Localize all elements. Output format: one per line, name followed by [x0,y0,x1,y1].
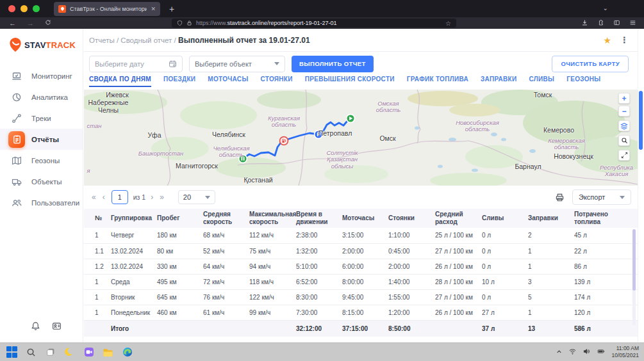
table-cell: 10 л [482,274,528,289]
map-zoom-out-button[interactable]: − [618,106,630,116]
clock[interactable]: 11:00 AM 10/05/2021 [611,345,639,359]
table-total-cell [249,320,296,337]
svg-text:P: P [317,131,320,138]
table-row[interactable]: 1.113.02.202480 км52 км/ч75 км/ч1:32:002… [84,243,638,259]
table-cell: 3 [528,274,574,289]
page-scrollbar[interactable] [638,29,644,342]
contact-card-icon[interactable] [52,321,62,333]
table-cell: 27 л [482,305,528,320]
map-marker-pause[interactable] [239,155,247,163]
tab-0[interactable]: СВОДКА ПО ДНЯМ [89,76,151,87]
table-row[interactable]: 1Понедельник460 км61 км/ч99 км/ч7:30:008… [84,305,638,320]
menu-icon[interactable] [629,17,636,29]
clear-map-button[interactable]: ОЧИСТИТЬ КАРТУ [552,56,629,72]
table-row[interactable]: 1Вторник645 км76 км/ч122 км/ч8:30:009:45… [84,289,638,305]
date-picker[interactable] [89,56,183,72]
url-bar[interactable]: https://www.stavtrack.online/reports/rep… [172,19,456,28]
table-row[interactable]: 1Среда495 км72 км/ч118 км/ч6:52:008:00:0… [84,274,638,289]
date-input[interactable] [95,60,159,68]
map-fullscreen-button[interactable] [618,150,630,161]
page-number-input[interactable] [111,190,128,204]
column-header: Группировка [111,209,157,228]
page-size-select[interactable]: 20 [178,190,215,204]
taskbar-chat-icon[interactable] [82,346,95,359]
tab-3[interactable]: СТОЯНКИ [260,76,292,86]
back-button[interactable]: ← [9,19,16,27]
page-next-button[interactable]: › [151,193,153,202]
extensions-icon[interactable] [597,17,604,29]
sidebar-item-monitoring[interactable]: Мониторинг [0,65,83,86]
stavtrack-app: STAVTRACK МониторингАналитикаТрекиОтчёты… [0,29,644,342]
table-scrollbar-thumb[interactable] [632,229,636,291]
sidebar-item-users[interactable]: Пользователи [0,192,83,213]
reload-button[interactable] [45,19,51,27]
kebab-menu-icon[interactable]: ⋮ [620,35,629,45]
stavtrack-logo[interactable]: STAVTRACK [9,37,83,52]
tab-5[interactable]: ГРАФИК ТОПЛИВА [407,76,468,86]
notifications-bell-icon[interactable] [31,321,40,333]
tab-close-icon[interactable]: ✕ [151,6,156,12]
page-first-button[interactable]: « [92,193,96,202]
map-zoom-in-button[interactable]: + [618,93,630,104]
tab-list-chevron-icon[interactable]: ⌄ [603,4,608,12]
tray-chevron-up-icon[interactable] [556,346,563,358]
sidebar-item-reports[interactable]: Отчёты [0,129,83,150]
map-marker-fuel[interactable] [280,137,288,145]
map[interactable]: P ИжевскНабережныеЧелныУфаЧелябинскМагни… [84,90,638,186]
table-cell: 13.02.2024 [111,243,157,259]
page-prev-button[interactable]: ‹ [103,193,105,202]
table-row[interactable]: 1Четверг180 км68 км/ч112 км/ч2:38:003:15… [84,228,638,243]
tab-1[interactable]: ПОЕЗДКИ [163,76,195,86]
object-select[interactable]: Выберите объект [189,56,285,72]
window-close-button[interactable] [8,5,15,12]
taskbar-start-icon[interactable] [5,346,19,359]
window-minimize-button[interactable] [21,5,28,12]
map-marker-parking[interactable]: P [315,131,323,139]
sidebar-item-objects[interactable]: Объекты [0,171,83,192]
table-cell: 330 км [157,259,203,274]
browser-tab[interactable]: СтавТрэк - Онлайн мониторинг ✕ [54,2,160,16]
page-last-button[interactable]: » [160,193,164,202]
taskbar-file-explorer-icon[interactable] [101,346,115,359]
new-tab-button[interactable]: + [169,4,174,14]
table-cell: 61 км/ч [203,305,249,320]
taskbar-moon-icon[interactable] [63,346,76,359]
map-search-button[interactable] [618,135,630,146]
sidebar-toggle-icon[interactable] [613,17,620,29]
sidebar-item-geozones[interactable]: Геозоны [0,150,83,171]
print-icon[interactable] [555,193,565,202]
tab-8[interactable]: ГЕОЗОНЫ [566,76,600,86]
volume-icon[interactable] [582,346,591,358]
tab-4[interactable]: ПРЕВЫШЕНИЯ СКОРОСТИ [305,76,395,86]
downloads-icon[interactable] [581,17,588,29]
run-report-button[interactable]: ВЫПОЛНИТЬ ОТЧЕТ [292,56,374,72]
table-cell: 3:15:00 [342,228,388,243]
tab-7[interactable]: СЛИВЫ [529,76,554,86]
sidebar-item-tracks[interactable]: Треки [0,108,83,129]
taskbar-task-view-icon[interactable] [44,346,57,359]
report-tabs: СВОДКА ПО ДНЯМПОЕЗДКИМОТОЧАСЫСТОЯНКИПРЕВ… [84,76,638,90]
favorite-star-icon[interactable]: ★ [603,35,611,45]
object-select-value: Выберите объект [195,60,252,68]
tab-6[interactable]: ЗАПРАВКИ [481,76,516,86]
taskbar-edge-icon[interactable] [120,346,134,359]
tab-2[interactable]: МОТОЧАСЫ [208,76,248,86]
breadcrumb[interactable]: Отчеты / Сводный отчет / Выполненный отч… [89,36,310,45]
window-controls[interactable] [8,5,40,12]
sidebar-item-analytics[interactable]: Аналитика [0,86,83,108]
table-cell: Четверг [111,228,157,243]
page-scrollbar-thumb[interactable] [639,91,643,150]
table-cell: 1 [528,305,574,320]
page-count-label: из 1 [133,193,145,201]
map-layers-button[interactable] [618,120,630,131]
bookmark-star-icon[interactable]: ☆ [445,20,451,27]
taskbar-search-icon[interactable] [24,346,38,359]
table-scrollbar[interactable] [632,229,636,325]
window-maximize-button[interactable] [33,5,40,12]
map-marker-play[interactable] [347,115,355,123]
battery-icon[interactable] [597,346,606,358]
wifi-icon[interactable] [568,346,577,358]
table-total-cell: 13 [528,320,574,337]
export-select[interactable]: Экспорт [572,189,631,205]
table-row[interactable]: 1.213.02.2024330 км64 км/ч94 км/ч5:10:00… [84,259,638,274]
